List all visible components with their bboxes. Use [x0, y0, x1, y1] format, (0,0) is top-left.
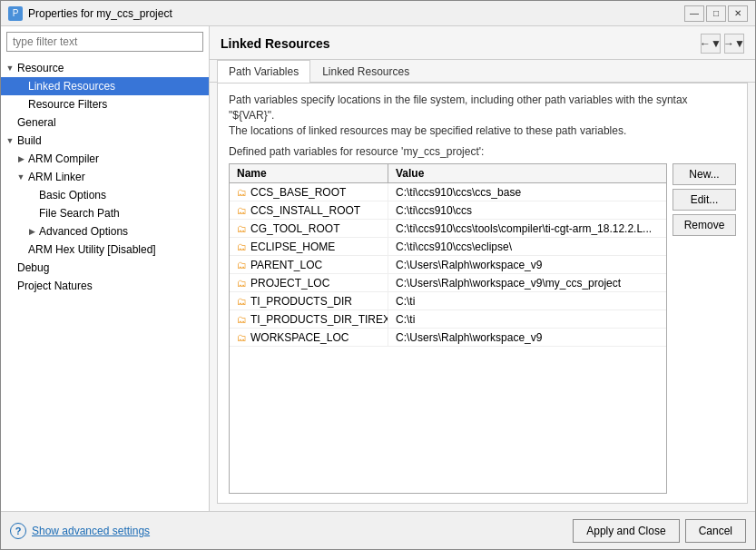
help-icon[interactable]: ? — [10, 523, 26, 539]
sidebar-item-resource-label: Resource — [17, 62, 64, 74]
sidebar-item-resource-filters-label: Resource Filters — [28, 98, 107, 111]
right-panel: Linked Resources ←▼ →▼ Path Variables Li… — [210, 26, 755, 511]
sidebar-item-linked-resources-label: Linked Resources — [28, 80, 115, 93]
sidebar-item-advanced-options[interactable]: ▶ Advanced Options — [1, 222, 209, 241]
toggle-basic-options-icon — [26, 190, 37, 201]
sidebar-item-project-natures-label: Project Natures — [17, 280, 93, 292]
sidebar-item-advanced-options-label: Advanced Options — [39, 225, 128, 238]
filter-input[interactable] — [6, 32, 203, 52]
tabs: Path Variables Linked Resources — [210, 60, 755, 83]
sidebar-item-resource[interactable]: ▼ Resource — [1, 59, 209, 77]
sidebar-item-project-natures[interactable]: Project Natures — [1, 277, 209, 295]
sidebar-item-resource-filters[interactable]: Resource Filters — [1, 95, 209, 113]
toggle-file-search-path-icon — [26, 208, 37, 219]
folder-icon: 🗂 — [237, 314, 247, 325]
sidebar-item-linked-resources[interactable]: Linked Resources — [1, 77, 209, 95]
sidebar-item-file-search-path-label: File Search Path — [39, 207, 120, 220]
table-row[interactable]: 🗂 PARENT_LOC C:\Users\Ralph\workspace_v9 — [230, 256, 666, 274]
sidebar-item-debug-label: Debug — [17, 261, 49, 274]
cell-name: 🗂 TI_PRODUCTS_DIR — [230, 292, 388, 309]
cell-value: C:\ti\ccs910\ccs\eclipse\ — [388, 238, 666, 255]
sidebar-item-arm-compiler[interactable]: ▶ ARM Compiler — [1, 150, 209, 168]
cell-name: 🗂 PARENT_LOC — [230, 256, 388, 273]
sidebar-item-arm-compiler-label: ARM Compiler — [28, 152, 99, 165]
toggle-arm-hex-utility-icon — [15, 244, 26, 255]
cell-value: C:\Users\Ralph\workspace_v9 — [388, 256, 666, 273]
folder-icon: 🗂 — [237, 241, 247, 252]
table-area: Name Value 🗂 CCS_BASE_ROOT C:\ti\ccs910\… — [229, 163, 736, 494]
show-advanced: ? Show advanced settings — [10, 523, 150, 539]
cell-value: C:\Users\Ralph\workspace_v9 — [388, 329, 666, 346]
folder-icon: 🗂 — [237, 187, 247, 198]
close-button[interactable]: ✕ — [728, 5, 748, 22]
sidebar-item-arm-hex-utility[interactable]: ARM Hex Utility [Disabled] — [1, 241, 209, 259]
cell-value: C:\ti — [388, 310, 666, 328]
cell-name: 🗂 PROJECT_LOC — [230, 274, 388, 291]
resource-label: Defined path variables for resource 'my_… — [229, 145, 736, 158]
folder-icon: 🗂 — [237, 296, 247, 307]
folder-icon: 🗂 — [237, 205, 247, 216]
folder-icon: 🗂 — [237, 260, 247, 270]
table-row[interactable]: 🗂 CG_TOOL_ROOT C:\ti\ccs910\ccs\tools\co… — [230, 220, 666, 238]
table-buttons: New... Edit... Remove — [673, 163, 736, 494]
sidebar-item-arm-linker[interactable]: ▼ ARM Linker — [1, 168, 209, 186]
sidebar-item-general-label: General — [17, 116, 56, 129]
title-bar-controls: — □ ✕ — [684, 5, 748, 22]
table-row[interactable]: 🗂 CCS_BASE_ROOT C:\ti\ccs910\ccs\ccs_bas… — [230, 183, 666, 201]
sidebar-item-general[interactable]: General — [1, 113, 209, 132]
properties-window: P Properties for my_ccs_project — □ ✕ ▼ … — [0, 0, 756, 550]
main-content: ▼ Resource Linked Resources Resource Fil… — [1, 26, 755, 511]
sidebar-item-build-label: Build — [17, 134, 42, 147]
table-row[interactable]: 🗂 PROJECT_LOC C:\Users\Ralph\workspace_v… — [230, 274, 666, 292]
back-button[interactable]: ←▼ — [701, 34, 721, 54]
cell-name: 🗂 CCS_BASE_ROOT — [230, 183, 388, 201]
new-button[interactable]: New... — [673, 163, 736, 185]
window-icon: P — [8, 6, 23, 21]
apply-close-button[interactable]: Apply and Close — [573, 519, 679, 543]
cell-value: C:\ti\ccs910\ccs\ccs_base — [388, 183, 666, 201]
toggle-project-natures-icon — [5, 280, 15, 291]
table-row[interactable]: 🗂 TI_PRODUCTS_DIR_TIREX C:\ti — [230, 310, 666, 329]
panel-body: Path variables specify locations in the … — [217, 83, 748, 504]
panel-header: Linked Resources ←▼ →▼ — [210, 26, 755, 60]
cancel-button[interactable]: Cancel — [685, 519, 746, 543]
column-value: Value — [388, 164, 666, 182]
advanced-settings-link[interactable]: Show advanced settings — [32, 525, 150, 537]
tab-linked-resources[interactable]: Linked Resources — [310, 60, 421, 83]
window-title: Properties for my_ccs_project — [28, 7, 684, 20]
cell-value: C:\Users\Ralph\workspace_v9\my_ccs_proje… — [388, 274, 666, 291]
sidebar-item-file-search-path[interactable]: File Search Path — [1, 204, 209, 222]
sidebar-item-basic-options-label: Basic Options — [39, 189, 106, 201]
toggle-build-icon: ▼ — [5, 135, 15, 146]
sidebar-item-basic-options[interactable]: Basic Options — [1, 186, 209, 204]
title-bar: P Properties for my_ccs_project — □ ✕ — [1, 1, 755, 26]
tab-path-variables[interactable]: Path Variables — [217, 60, 310, 83]
table-row[interactable]: 🗂 TI_PRODUCTS_DIR C:\ti — [230, 292, 666, 310]
maximize-button[interactable]: □ — [706, 5, 726, 22]
column-name: Name — [230, 164, 388, 182]
sidebar-item-build[interactable]: ▼ Build — [1, 132, 209, 150]
cell-value: C:\ti\ccs910\ccs\tools\compiler\ti-cgt-a… — [388, 220, 666, 237]
table-header: Name Value — [230, 164, 666, 183]
remove-button[interactable]: Remove — [673, 214, 736, 236]
edit-button[interactable]: Edit... — [673, 189, 736, 211]
sidebar-item-arm-hex-utility-label: ARM Hex Utility [Disabled] — [28, 243, 156, 256]
panel-toolbar: ←▼ →▼ — [701, 34, 744, 54]
bottom-buttons: Apply and Close Cancel — [573, 519, 746, 543]
toggle-arm-compiler-icon: ▶ — [15, 153, 26, 164]
forward-button[interactable]: →▼ — [724, 34, 744, 54]
sidebar-item-debug[interactable]: Debug — [1, 259, 209, 277]
toggle-arm-linker-icon: ▼ — [15, 172, 26, 182]
table-row[interactable]: 🗂 ECLIPSE_HOME C:\ti\ccs910\ccs\eclipse\ — [230, 238, 666, 256]
table-row[interactable]: 🗂 CCS_INSTALL_ROOT C:\ti\ccs910\ccs — [230, 201, 666, 220]
cell-value: C:\ti — [388, 292, 666, 309]
folder-icon: 🗂 — [237, 278, 247, 289]
cell-name: 🗂 TI_PRODUCTS_DIR_TIREX — [230, 310, 388, 328]
minimize-button[interactable]: — — [684, 5, 704, 22]
cell-name: 🗂 CCS_INSTALL_ROOT — [230, 201, 388, 219]
cell-name: 🗂 WORKSPACE_LOC — [230, 329, 388, 346]
left-panel: ▼ Resource Linked Resources Resource Fil… — [1, 26, 210, 511]
bottom-bar: ? Show advanced settings Apply and Close… — [1, 511, 755, 549]
table-row[interactable]: 🗂 WORKSPACE_LOC C:\Users\Ralph\workspace… — [230, 329, 666, 347]
cell-name: 🗂 ECLIPSE_HOME — [230, 238, 388, 255]
